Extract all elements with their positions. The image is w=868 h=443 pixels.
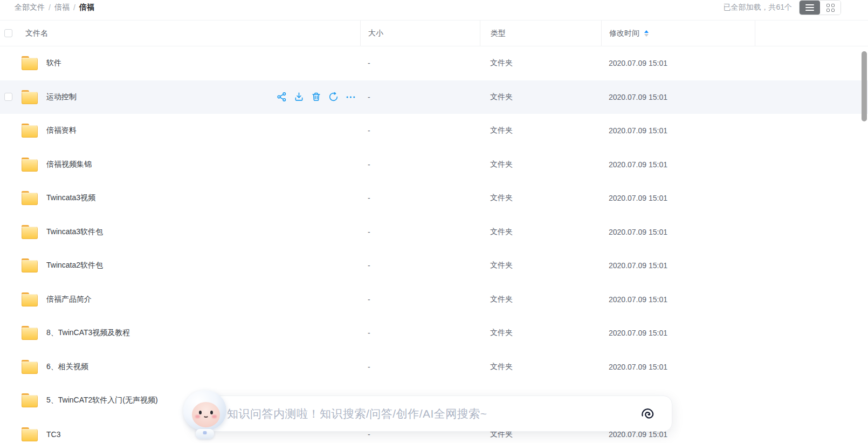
file-size: - (360, 350, 480, 384)
ai-search-placeholder: 知识问答内测啦！知识搜索/问答/创作/AI全网搜索~ (227, 406, 487, 421)
load-status-text: 已全部加载，共61个 (723, 3, 792, 12)
share-icon[interactable] (277, 92, 287, 102)
file-mtime: 2020.07.09 15:01 (601, 249, 755, 283)
file-type: 文件夹 (480, 316, 601, 350)
file-name[interactable]: 软件 (46, 58, 61, 68)
table-row[interactable]: 8、TwinCAT3视频及教程 - 文件夹 2020.07.09 15:01 (0, 316, 868, 350)
file-type: 文件夹 (480, 46, 601, 80)
file-mtime: 2020.07.09 15:01 (601, 46, 755, 80)
file-size: - (360, 215, 480, 249)
file-name[interactable]: 5、TwinCAT2软件入门(无声视频) (46, 396, 158, 405)
header-checkbox-cell (0, 21, 22, 46)
topbar-right: 已全部加载，共61个 (723, 0, 841, 15)
folder-icon (22, 158, 38, 172)
file-mtime: 2020.07.09 15:01 (601, 215, 755, 249)
file-name[interactable]: 倍福产品简介 (46, 295, 92, 304)
file-mtime: 2020.07.09 15:01 (601, 350, 755, 384)
table-row[interactable]: Twincata3软件包 - 文件夹 2020.07.09 15:01 (0, 215, 868, 249)
file-type: 文件夹 (480, 181, 601, 215)
file-size: - (360, 283, 480, 317)
file-name[interactable]: 8、TwinCAT3视频及教程 (46, 328, 130, 338)
mascot-body (196, 429, 214, 439)
column-label-mtime: 修改时间 (609, 29, 639, 38)
mascot-avatar[interactable] (182, 389, 228, 439)
view-mode-toggle (799, 0, 841, 15)
breadcrumb-link-all-files[interactable]: 全部文件 (15, 3, 45, 12)
table-row[interactable]: 倍福资料 - 文件夹 2020.07.09 15:01 (0, 114, 868, 148)
column-label-size: 大小 (368, 29, 383, 38)
mascot-face (192, 402, 220, 427)
row-checkbox[interactable] (4, 93, 12, 101)
file-name[interactable]: 6、相关视频 (46, 362, 88, 372)
paperclip-icon[interactable] (639, 406, 656, 422)
mascot-head (183, 390, 226, 431)
file-type: 文件夹 (480, 350, 601, 384)
file-size: - (360, 114, 480, 148)
folder-icon (22, 191, 38, 205)
sort-toggle-icon[interactable] (644, 30, 649, 37)
table-row[interactable]: 倍福产品简介 - 文件夹 2020.07.09 15:01 (0, 283, 868, 317)
file-name[interactable]: Twincata3软件包 (46, 227, 103, 237)
file-mtime: 2020.07.09 15:01 (601, 316, 755, 350)
scrollbar-thumb[interactable] (862, 51, 867, 121)
breadcrumb-link-beifu[interactable]: 倍福 (54, 3, 70, 12)
table-row[interactable]: 软件 - 文件夹 2020.07.09 15:01 (0, 46, 868, 80)
file-name[interactable]: Twincata2软件包 (46, 261, 103, 270)
delete-icon[interactable] (311, 92, 321, 102)
folder-icon (22, 427, 38, 441)
grid-view-icon (826, 4, 835, 12)
file-mtime: 2020.07.09 15:01 (601, 283, 755, 317)
transfer-icon[interactable] (328, 92, 339, 102)
table-row[interactable]: 6、相关视频 - 文件夹 2020.07.09 15:01 (0, 350, 868, 384)
file-manager-page: { "breadcrumb": { "separator": "/", "lin… (0, 0, 868, 443)
file-size: - (360, 80, 480, 114)
header-extra-cell (755, 21, 868, 46)
breadcrumb-separator: / (49, 3, 51, 12)
file-type: 文件夹 (480, 80, 601, 114)
file-size: - (360, 148, 480, 182)
file-size: - (360, 249, 480, 283)
file-name[interactable]: 倍福视频集锦 (46, 160, 92, 169)
column-label-type: 类型 (491, 29, 506, 38)
file-name[interactable]: TC3 (46, 430, 60, 439)
file-name[interactable]: 倍福资料 (46, 126, 77, 135)
file-type: 文件夹 (480, 249, 601, 283)
file-size: - (360, 46, 480, 80)
list-view-icon (805, 4, 814, 11)
table-row[interactable]: 倍福视频集锦 - 文件夹 2020.07.09 15:01 (0, 148, 868, 182)
table-header: 文件名 大小 类型 修改时间 (0, 20, 868, 46)
ai-search-bar[interactable]: 知识问答内测啦！知识搜索/问答/创作/AI全网搜索~ (193, 396, 672, 432)
file-mtime: 2020.07.09 15:01 (601, 80, 755, 114)
table-row-hovered[interactable]: 运动控制 (0, 80, 868, 114)
header-mtime-cell[interactable]: 修改时间 (601, 21, 755, 46)
file-mtime: 2020.07.09 15:01 (601, 181, 755, 215)
file-name[interactable]: 运动控制 (46, 92, 77, 102)
more-icon[interactable] (346, 92, 356, 102)
file-size: - (360, 316, 480, 350)
table-row[interactable]: Twincata2软件包 - 文件夹 2020.07.09 15:01 (0, 249, 868, 283)
file-type: 文件夹 (480, 114, 601, 148)
grid-view-button[interactable] (820, 1, 841, 15)
header-size-cell[interactable]: 大小 (360, 21, 480, 46)
list-view-button[interactable] (800, 1, 820, 15)
folder-icon (22, 360, 38, 374)
folder-icon (22, 258, 38, 272)
folder-icon (22, 393, 38, 407)
header-name-cell[interactable]: 文件名 (22, 21, 360, 46)
file-size: - (360, 181, 480, 215)
table-row[interactable]: Twincata3视频 - 文件夹 2020.07.09 15:01 (0, 181, 868, 215)
folder-icon (22, 90, 38, 104)
folder-icon (22, 225, 38, 239)
download-icon[interactable] (294, 92, 304, 102)
folder-icon (22, 56, 38, 70)
file-name[interactable]: Twincata3视频 (46, 193, 95, 203)
file-type: 文件夹 (480, 148, 601, 182)
select-all-checkbox[interactable] (4, 29, 12, 37)
file-mtime: 2020.07.09 15:01 (601, 114, 755, 148)
header-type-cell[interactable]: 类型 (480, 21, 601, 46)
row-actions (277, 92, 356, 102)
file-list: 软件 - 文件夹 2020.07.09 15:01 运动控制 (0, 46, 868, 443)
folder-icon (22, 292, 38, 306)
breadcrumb: 全部文件 / 倍福 / 倍福 (15, 0, 94, 15)
folder-icon (22, 326, 38, 340)
